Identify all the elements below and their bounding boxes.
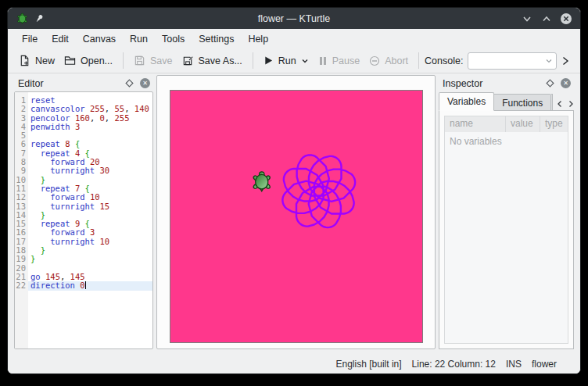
variables-tab-content: name value type No variables (439, 110, 574, 349)
inspector-close-button[interactable]: ✕ (561, 78, 571, 88)
variables-table-header: name value type (445, 116, 568, 132)
editor-panel-header[interactable]: Editor ✕ (14, 75, 153, 91)
console-combobox[interactable] (468, 52, 557, 70)
maximize-button[interactable] (540, 13, 553, 25)
window-title: flower — KTurtle (8, 13, 580, 24)
tab-variables[interactable]: Variables (439, 92, 494, 111)
toolbar: New Open... Save (8, 48, 580, 73)
turtle-canvas-frame (170, 90, 423, 343)
toolbar-separator (123, 52, 124, 69)
minimize-button[interactable] (521, 13, 533, 25)
save-as-button-label: Save As... (199, 55, 242, 66)
pause-button[interactable]: Pause (314, 52, 364, 70)
toolbar-separator (418, 52, 419, 69)
code-editor[interactable]: 1reset2canvascolor 255, 55, 1403pencolor… (14, 91, 153, 349)
column-type[interactable]: type (540, 116, 568, 132)
inspector-panel: Inspector ✕ Variables Functions (439, 75, 574, 349)
console-label: Console: (425, 55, 463, 66)
tab-scroll-right-icon[interactable] (568, 100, 574, 108)
open-button[interactable]: Open... (59, 52, 117, 70)
new-button[interactable]: New (14, 52, 59, 70)
pause-button-label: Pause (332, 55, 360, 66)
menu-settings[interactable]: Settings (192, 31, 241, 47)
chevron-right-icon (561, 55, 570, 66)
run-button[interactable]: Run (259, 52, 314, 70)
save-button-label: Save (150, 55, 173, 66)
save-as-icon (182, 55, 194, 66)
app-turtle-icon (16, 13, 28, 24)
abort-button-label: Abort (385, 55, 408, 66)
toolbar-overflow-button[interactable] (557, 53, 574, 69)
inspector-tabs: Variables Functions (439, 92, 574, 111)
menu-run[interactable]: Run (123, 31, 155, 47)
abort-button[interactable]: Abort (364, 52, 413, 70)
column-value[interactable]: value (506, 116, 540, 132)
column-name[interactable]: name (445, 116, 506, 132)
inspector-panel-header[interactable]: Inspector ✕ (439, 75, 574, 91)
save-as-button[interactable]: Save As... (177, 52, 247, 70)
menu-canvas[interactable]: Canvas (76, 31, 123, 47)
inspector-panel-title: Inspector (443, 78, 546, 89)
run-play-icon (264, 55, 274, 66)
pin-icon[interactable] (34, 14, 44, 23)
code-line[interactable]: 4penwidth 3 (15, 123, 152, 131)
code-line[interactable]: 18 } (15, 246, 152, 255)
statusbar: English [built in] Line: 22 Column: 12 I… (8, 354, 580, 373)
text-cursor (85, 281, 86, 289)
new-file-icon (19, 55, 30, 66)
editor-panel: Editor ✕ 1reset2canvascolor 255, 55, 140… (14, 75, 153, 349)
run-dropdown-chevron-icon[interactable] (301, 57, 309, 65)
open-button-label: Open... (81, 55, 113, 66)
code-line[interactable]: 19} (15, 255, 152, 263)
menu-file[interactable]: File (15, 31, 45, 47)
tab-scroll-left-icon[interactable] (557, 100, 563, 108)
variables-table: name value type No variables (444, 116, 568, 344)
canvas-panel (156, 75, 436, 349)
menu-help[interactable]: Help (241, 31, 275, 47)
tab-functions[interactable]: Functions (494, 94, 551, 111)
kturtle-window: flower — KTurtle File Edit Canvas Run To… (7, 7, 581, 374)
titlebar[interactable]: flower — KTurtle (8, 8, 580, 29)
inspector-float-button[interactable] (546, 79, 554, 88)
editor-close-button[interactable]: ✕ (140, 78, 150, 88)
document-name: flower (532, 359, 557, 370)
menu-tools[interactable]: Tools (155, 31, 192, 47)
language-indicator: English [built in] (336, 359, 402, 370)
insert-mode-indicator: INS (506, 359, 522, 370)
abort-icon (369, 55, 380, 66)
save-button[interactable]: Save (129, 52, 177, 70)
no-variables-message: No variables (445, 132, 568, 151)
main-area: Editor ✕ 1reset2canvascolor 255, 55, 140… (8, 73, 580, 354)
toolbar-separator (253, 52, 253, 69)
open-folder-icon (64, 55, 76, 66)
menu-edit[interactable]: Edit (45, 31, 76, 47)
editor-float-button[interactable] (125, 79, 134, 88)
tab-truncated (551, 94, 553, 111)
close-button[interactable] (560, 13, 572, 25)
save-icon (134, 55, 145, 66)
new-button-label: New (35, 55, 55, 66)
code-line[interactable]: 22direction 0 (15, 281, 152, 290)
editor-panel-title: Editor (18, 78, 125, 89)
console-dropdown-chevron-icon[interactable] (545, 57, 553, 65)
editor-code: 1reset2canvascolor 255, 55, 1403pencolor… (15, 96, 152, 291)
cursor-position: Line: 22 Column: 12 (412, 359, 496, 370)
menubar: File Edit Canvas Run Tools Settings Help (8, 29, 580, 48)
pause-icon (318, 56, 328, 66)
turtle-canvas (170, 91, 422, 342)
run-button-label: Run (278, 55, 296, 66)
console-input[interactable] (468, 55, 556, 66)
